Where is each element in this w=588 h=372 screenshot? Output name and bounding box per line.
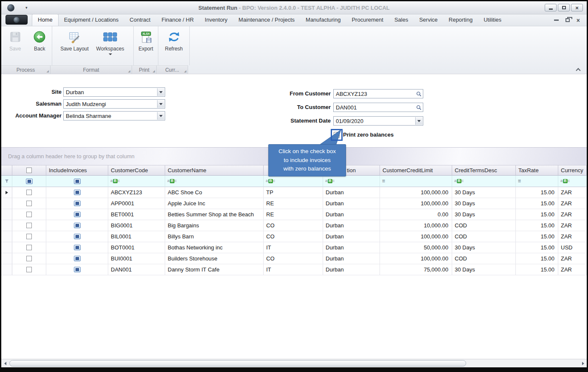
close-button[interactable]: × xyxy=(571,4,583,11)
export-button[interactable]: XLSX Export xyxy=(135,28,158,65)
cell-customer-type[interactable]: RE xyxy=(264,198,323,209)
scroll-right-button[interactable] xyxy=(579,360,587,367)
statement-date-combo[interactable]: 01/09/2020 xyxy=(333,116,423,126)
tab-reporting[interactable]: Reporting xyxy=(443,14,478,26)
cell-customer-code[interactable]: BOT0001 xyxy=(108,242,165,253)
cell-credit-limit[interactable]: 100,000.00 xyxy=(380,198,452,209)
row-checkbox[interactable] xyxy=(26,245,32,250)
row-checkbox[interactable] xyxy=(26,190,32,195)
table-row[interactable]: BET0001Betties Summer Shop at the BeachR… xyxy=(1,209,587,220)
cell-credit-terms[interactable]: COD xyxy=(452,231,516,242)
cell-tax-rate[interactable]: 15.00 xyxy=(516,253,558,264)
tab-equipment-locations[interactable]: Equipment / Locations xyxy=(59,14,124,26)
cell-currency[interactable]: ZAR xyxy=(558,198,587,209)
cell-customer-name[interactable]: Bothas Networking inc xyxy=(165,242,264,253)
cell-customer-name[interactable]: Big Bargains xyxy=(165,220,264,231)
collapse-ribbon-icon[interactable] xyxy=(576,68,580,73)
tab-service[interactable]: Service xyxy=(414,14,443,26)
row-checkbox[interactable] xyxy=(26,212,32,217)
filter-cell-select[interactable] xyxy=(12,176,46,187)
cell-include-invoices[interactable] xyxy=(46,264,108,275)
cell-tax-rate[interactable]: 15.00 xyxy=(516,209,558,220)
cell-tax-rate[interactable]: 15.00 xyxy=(516,198,558,209)
cell-currency[interactable]: ZAR xyxy=(558,220,587,231)
cell-customer-code[interactable]: BIG0001 xyxy=(108,220,165,231)
cell-customer-name[interactable]: Billys Barn xyxy=(165,231,264,242)
cell-select[interactable] xyxy=(12,220,46,231)
mdi-minimize-icon[interactable] xyxy=(554,20,559,21)
cell-currency[interactable]: ZAR xyxy=(558,187,587,198)
cell-select[interactable] xyxy=(12,264,46,275)
cell-credit-terms[interactable]: COD xyxy=(452,253,516,264)
cell-customer-name[interactable]: Apple Juice Inc xyxy=(165,198,264,209)
row-checkbox[interactable] xyxy=(26,201,32,206)
cell-include-invoices[interactable] xyxy=(46,253,108,264)
cell-credit-limit[interactable]: 50,000.00 xyxy=(380,242,452,253)
site-combo[interactable]: Durban xyxy=(63,87,165,97)
column-header-tax-rate[interactable]: TaxRate xyxy=(516,165,558,176)
search-icon[interactable] xyxy=(416,105,422,112)
column-header-currency[interactable]: Currency xyxy=(558,165,587,176)
cell-site[interactable]: Durban xyxy=(323,209,380,220)
cell-credit-terms[interactable]: 30 Days xyxy=(452,264,516,275)
cell-customer-name[interactable]: Danny Storm IT Cafe xyxy=(165,264,264,275)
cell-site[interactable]: Durban xyxy=(323,253,380,264)
cell-customer-code[interactable]: BUI0001 xyxy=(108,253,165,264)
mdi-restore-icon[interactable] xyxy=(565,18,570,22)
tab-finance-hr[interactable]: Finance / HR xyxy=(156,14,199,26)
filter-cell-tax-rate[interactable]: = xyxy=(516,176,558,187)
cell-include-invoices[interactable] xyxy=(46,209,108,220)
cell-currency[interactable]: ZAR xyxy=(558,264,587,275)
filter-cell-currency[interactable]: aBc xyxy=(558,176,587,187)
column-header-credit-terms[interactable]: CreditTermsDesc xyxy=(452,165,516,176)
site-dropdown-button[interactable] xyxy=(157,88,164,96)
cell-customer-type[interactable]: IT xyxy=(264,242,323,253)
row-checkbox[interactable] xyxy=(26,223,32,228)
dialog-launcher-icon[interactable]: ◢ xyxy=(184,70,186,73)
filter-cell-customer-code[interactable]: aBc xyxy=(108,176,165,187)
tab-utilities[interactable]: Utilities xyxy=(478,14,507,26)
account-manager-dropdown-button[interactable] xyxy=(157,112,164,120)
workspaces-dropdown-icon[interactable] xyxy=(109,53,112,55)
salesman-combo[interactable]: Judith Mudzengi xyxy=(63,99,165,109)
from-customer-input[interactable]: ABCXYZ123 xyxy=(333,89,423,98)
dialog-launcher-icon[interactable]: ◢ xyxy=(128,70,130,73)
cell-site[interactable]: Durban xyxy=(323,242,380,253)
cell-include-invoices[interactable] xyxy=(46,231,108,242)
cell-customer-name[interactable]: ABC Shoe Co xyxy=(165,187,264,198)
cell-customer-code[interactable]: ABCXYZ123 xyxy=(108,187,165,198)
back-button[interactable]: Back xyxy=(28,28,52,65)
cell-credit-terms[interactable]: 30 Days xyxy=(452,242,516,253)
cell-include-invoices[interactable] xyxy=(46,242,108,253)
scroll-left-button[interactable] xyxy=(1,360,9,367)
to-customer-input[interactable]: DAN001 xyxy=(333,103,423,112)
cell-credit-limit[interactable]: 75,000.00 xyxy=(380,264,452,275)
cell-credit-terms[interactable]: 30 Days xyxy=(452,209,516,220)
cell-customer-code[interactable]: APP0001 xyxy=(108,198,165,209)
tab-sales[interactable]: Sales xyxy=(389,14,414,26)
tab-procurement[interactable]: Procurement xyxy=(346,14,388,26)
quick-access-dropdown-icon[interactable]: ▾ xyxy=(25,6,28,10)
column-header-customer-name[interactable]: CustomerName xyxy=(165,165,264,176)
cell-credit-terms[interactable]: COD xyxy=(452,220,516,231)
column-header-customer-code[interactable]: CustomerCode xyxy=(108,165,165,176)
cell-customer-type[interactable]: CO xyxy=(264,220,323,231)
dialog-launcher-icon[interactable]: ◢ xyxy=(47,70,49,73)
cell-customer-type[interactable]: IT xyxy=(264,264,323,275)
filter-row-indicator[interactable] xyxy=(1,176,12,187)
cell-tax-rate[interactable]: 15.00 xyxy=(516,220,558,231)
workspaces-button[interactable]: Workspaces xyxy=(93,28,128,65)
cell-credit-limit[interactable]: 0.00 xyxy=(380,209,452,220)
filter-cell-customer-name[interactable]: aBc xyxy=(165,176,264,187)
tab-maintenance-projects[interactable]: Maintenance / Projects xyxy=(233,14,300,26)
cell-tax-rate[interactable]: 15.00 xyxy=(516,231,558,242)
cell-select[interactable] xyxy=(12,198,46,209)
horizontal-scrollbar[interactable] xyxy=(1,359,587,367)
account-manager-combo[interactable]: Belinda Sharmane xyxy=(63,111,165,120)
filter-cell-site[interactable]: aBc xyxy=(323,176,380,187)
salesman-dropdown-button[interactable] xyxy=(157,100,164,108)
table-row[interactable]: ABCXYZ123ABC Shoe CoTPDurban100,000.0030… xyxy=(1,187,587,198)
row-checkbox[interactable] xyxy=(26,267,32,272)
cell-credit-limit[interactable]: 10,000.00 xyxy=(380,220,452,231)
filter-cell-customer-type[interactable]: aBc xyxy=(264,176,323,187)
